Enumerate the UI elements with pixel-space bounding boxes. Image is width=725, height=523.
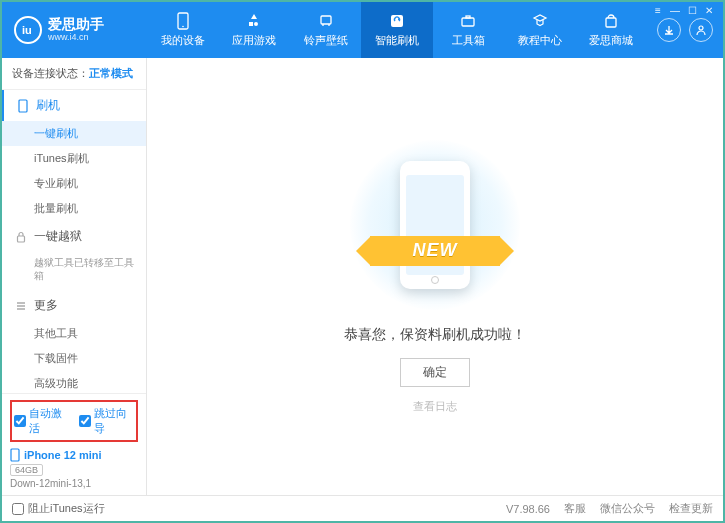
- block-itunes-checkbox[interactable]: 阻止iTunes运行: [12, 501, 105, 516]
- wechat-link[interactable]: 微信公众号: [600, 501, 655, 516]
- check-update-link[interactable]: 检查更新: [669, 501, 713, 516]
- version-label: V7.98.66: [506, 503, 550, 515]
- sidebar-item-one-click-flash[interactable]: 一键刷机: [2, 121, 146, 146]
- nav-toolbox[interactable]: 工具箱: [433, 2, 504, 58]
- sidebar-content: 刷机 一键刷机 iTunes刷机 专业刷机 批量刷机 一键越狱 越狱工具已转移至…: [2, 90, 146, 393]
- ok-button[interactable]: 确定: [400, 358, 470, 387]
- lock-icon: [14, 231, 28, 243]
- success-illustration: NEW: [350, 140, 520, 310]
- phone-icon: [174, 12, 192, 30]
- device-name[interactable]: iPhone 12 mini: [10, 448, 138, 462]
- sidebar: 设备连接状态：正常模式 刷机 一键刷机 iTunes刷机 专业刷机 批量刷机 一…: [2, 58, 147, 495]
- sidebar-item-itunes-flash[interactable]: iTunes刷机: [2, 146, 146, 171]
- sidebar-item-download-fw[interactable]: 下载固件: [2, 346, 146, 371]
- device-phone-icon: [10, 448, 20, 462]
- footer-right: V7.98.66 客服 微信公众号 检查更新: [506, 501, 713, 516]
- svg-rect-5: [462, 18, 474, 26]
- svg-rect-3: [321, 16, 331, 24]
- sidebar-item-advanced[interactable]: 高级功能: [2, 371, 146, 393]
- new-banner: NEW: [370, 236, 500, 266]
- nav-my-device[interactable]: 我的设备: [147, 2, 218, 58]
- sidebar-group-flash[interactable]: 刷机: [2, 90, 146, 121]
- titlebar: ≡ — ☐ ✕ iu 爱思助手 www.i4.cn 我的设备 应用游戏 铃声壁纸…: [2, 2, 723, 58]
- ringtone-icon: [317, 12, 335, 30]
- maximize-button[interactable]: ☐: [684, 5, 700, 16]
- service-link[interactable]: 客服: [564, 501, 586, 516]
- nav-tutorial[interactable]: 教程中心: [504, 2, 575, 58]
- sidebar-item-batch-flash[interactable]: 批量刷机: [2, 196, 146, 221]
- svg-rect-9: [19, 100, 27, 112]
- sidebar-group-jailbreak[interactable]: 一键越狱: [2, 221, 146, 252]
- storage-badge: 64GB: [10, 464, 43, 476]
- sidebar-bottom: 自动激活 跳过向导 iPhone 12 mini 64GB Down-12min…: [2, 393, 146, 495]
- body: 设备连接状态：正常模式 刷机 一键刷机 iTunes刷机 专业刷机 批量刷机 一…: [2, 58, 723, 495]
- nav-apps[interactable]: 应用游戏: [218, 2, 289, 58]
- phone-small-icon: [16, 99, 30, 113]
- device-down-text: Down-12mini-13,1: [10, 478, 138, 489]
- connection-status: 设备连接状态：正常模式: [2, 58, 146, 90]
- svg-rect-11: [11, 449, 19, 461]
- svg-point-8: [699, 26, 703, 30]
- window-controls: ≡ — ☐ ✕: [644, 2, 723, 19]
- brand-url: www.i4.cn: [48, 33, 104, 43]
- nav-ringtone[interactable]: 铃声壁纸: [290, 2, 361, 58]
- nav-store[interactable]: 爱思商城: [576, 2, 647, 58]
- nav-smart-flash[interactable]: 智能刷机: [361, 2, 432, 58]
- app-window: ≡ — ☐ ✕ iu 爱思助手 www.i4.cn 我的设备 应用游戏 铃声壁纸…: [0, 0, 725, 523]
- apps-icon: [245, 12, 263, 30]
- skip-guide-checkbox[interactable]: 跳过向导: [79, 406, 134, 436]
- top-nav: 我的设备 应用游戏 铃声壁纸 智能刷机 工具箱 教程中心 爱思商城: [147, 2, 647, 58]
- sidebar-item-pro-flash[interactable]: 专业刷机: [2, 171, 146, 196]
- jailbreak-note: 越狱工具已转移至工具箱: [2, 252, 146, 290]
- svg-point-2: [182, 26, 184, 28]
- tutorial-icon: [531, 12, 549, 30]
- connection-status-value: 正常模式: [89, 67, 133, 79]
- svg-rect-10: [18, 236, 25, 242]
- flash-icon: [388, 12, 406, 30]
- phone-illustration-icon: [400, 161, 470, 289]
- close-button[interactable]: ✕: [701, 5, 717, 16]
- user-button[interactable]: [689, 18, 713, 42]
- brand-name: 爱思助手: [48, 17, 104, 32]
- svg-rect-7: [606, 18, 616, 27]
- logo-area: iu 爱思助手 www.i4.cn: [2, 2, 147, 58]
- auto-activate-checkbox[interactable]: 自动激活: [14, 406, 69, 436]
- toolbox-icon: [459, 12, 477, 30]
- minimize-button[interactable]: —: [667, 5, 683, 16]
- svg-text:iu: iu: [22, 24, 32, 36]
- device-info: iPhone 12 mini 64GB Down-12mini-13,1: [10, 448, 138, 489]
- footer: 阻止iTunes运行 V7.98.66 客服 微信公众号 检查更新: [2, 495, 723, 521]
- more-icon: [14, 300, 28, 312]
- svg-rect-6: [466, 16, 470, 18]
- sidebar-group-more[interactable]: 更多: [2, 290, 146, 321]
- sidebar-item-other-tools[interactable]: 其他工具: [2, 321, 146, 346]
- download-button[interactable]: [657, 18, 681, 42]
- success-message: 恭喜您，保资料刷机成功啦！: [344, 326, 526, 344]
- main-area: NEW 恭喜您，保资料刷机成功啦！ 确定 查看日志: [147, 58, 723, 495]
- menu-lines-icon[interactable]: ≡: [650, 5, 666, 16]
- options-highlight-box: 自动激活 跳过向导: [10, 400, 138, 442]
- store-icon: [602, 12, 620, 30]
- view-log-link[interactable]: 查看日志: [413, 399, 457, 414]
- logo-icon: iu: [14, 16, 42, 44]
